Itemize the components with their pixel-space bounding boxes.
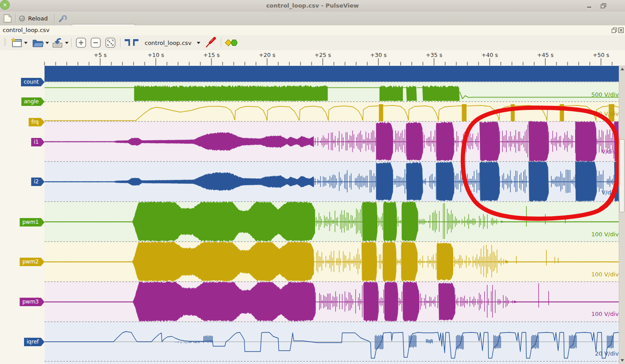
restore-icon <box>601 3 606 8</box>
marker-pins-icon <box>124 38 139 47</box>
vdiv-label-iqref: 20 V/div <box>595 350 619 357</box>
grip-icon <box>4 38 6 48</box>
restore-button[interactable] <box>598 1 609 10</box>
open-button[interactable] <box>32 35 49 50</box>
separator <box>71 38 72 47</box>
zoom-out-button[interactable] <box>90 35 101 50</box>
svg-text:+30 s: +30 s <box>370 52 387 58</box>
vdiv-label-i1: V/div <box>601 148 616 155</box>
save-dropdown-icon[interactable] <box>65 42 69 44</box>
dock-close-icon[interactable] <box>618 28 624 33</box>
minimize-button[interactable] <box>584 1 595 10</box>
probe-config-button[interactable] <box>205 35 217 50</box>
reload-icon <box>19 15 25 22</box>
tab-bar: Reload control_loop.csv ✕ <box>0 12 625 25</box>
trace-count <box>45 66 619 82</box>
decoder-button[interactable] <box>225 35 238 50</box>
scroll-thumb[interactable] <box>619 139 625 212</box>
open-folder-icon <box>32 37 44 48</box>
main-toolbar: control_loop.csv <box>0 35 625 51</box>
zoom-in-icon <box>76 37 86 48</box>
separator <box>221 38 222 47</box>
svg-text:+15 s: +15 s <box>203 52 220 58</box>
row-bg-angle <box>45 82 619 102</box>
device-dropdown-icon[interactable] <box>197 42 200 44</box>
save-icon <box>52 37 63 48</box>
vdiv-label-angle: 500 V/div <box>591 91 619 98</box>
trace-view[interactable]: +5 s+10 s+15 s+20 s+25 s+30 s+35 s+40 s+… <box>0 50 625 364</box>
svg-text:+10 s: +10 s <box>148 52 164 58</box>
settings-button[interactable] <box>58 14 69 23</box>
svg-text:+25 s: +25 s <box>315 52 331 58</box>
row-bg-next <box>45 361 619 364</box>
new-session-icon <box>11 37 22 48</box>
reload-label: Reload <box>28 15 48 22</box>
zoom-fit-button[interactable] <box>105 35 116 50</box>
zoom-in-button[interactable] <box>76 35 86 50</box>
channel-tag-pwm1[interactable]: pwm1 <box>20 218 45 226</box>
dock-float-icon[interactable] <box>612 28 617 33</box>
scroll-up-icon[interactable] <box>621 68 624 70</box>
device-select[interactable]: control_loop.csv <box>145 35 200 50</box>
probe-icon <box>205 37 217 49</box>
new-session-dropdown-icon[interactable] <box>24 42 28 44</box>
minimize-icon <box>587 3 592 8</box>
wrench-icon <box>58 14 68 23</box>
separator <box>54 14 55 23</box>
new-page-icon <box>3 14 12 23</box>
vdiv-label-pwm3: 100 V/div <box>591 311 619 317</box>
row-bg-frq <box>45 102 619 122</box>
svg-text:+20 s: +20 s <box>259 52 276 58</box>
vdiv-label-pwm2: 100 V/div <box>591 271 619 278</box>
svg-text:+40 s: +40 s <box>482 52 498 58</box>
svg-text:+35 s: +35 s <box>426 52 442 58</box>
save-button[interactable] <box>52 35 69 50</box>
reload-button[interactable]: Reload <box>19 13 48 24</box>
open-dropdown-icon[interactable] <box>45 42 49 44</box>
dock-title: control_loop.csv <box>3 25 49 35</box>
pulseview-window: control_loop.csv - PulseView ✕ <box>0 0 625 364</box>
vdiv-label-pwm1: 100 V/div <box>591 231 619 238</box>
dock-header: control_loop.csv <box>0 25 625 35</box>
channel-tag-pwm2[interactable]: pwm2 <box>20 258 45 266</box>
zoom-out-icon <box>90 37 101 48</box>
separator <box>120 38 121 47</box>
window-title: control_loop.csv - PulseView <box>0 0 625 12</box>
channel-tag-count[interactable]: count <box>21 78 45 86</box>
new-view-button[interactable] <box>3 14 13 23</box>
titlebar[interactable]: control_loop.csv - PulseView ✕ <box>0 0 625 12</box>
grip-handle[interactable] <box>4 35 6 50</box>
new-session-button[interactable] <box>11 35 28 50</box>
channel-tag-pwm3[interactable]: pwm3 <box>20 298 45 306</box>
svg-text:+45 s: +45 s <box>537 52 554 58</box>
scroll-down-icon[interactable] <box>621 359 624 362</box>
markers-button[interactable] <box>124 35 139 50</box>
svg-text:+50 s: +50 s <box>593 52 609 58</box>
device-label: control_loop.csv <box>145 40 191 46</box>
svg-text:+5 s: +5 s <box>94 52 107 58</box>
channel-tag-angle[interactable]: angle <box>21 97 45 106</box>
zoom-fit-icon <box>105 37 116 48</box>
separator <box>15 14 16 23</box>
channel-tag-iqref[interactable]: iqref <box>24 338 45 346</box>
vertical-scrollbar[interactable] <box>619 65 625 364</box>
waveform-canvas: +5 s+10 s+15 s+20 s+25 s+30 s+35 s+40 s+… <box>0 50 625 364</box>
decoder-icon <box>225 37 238 48</box>
